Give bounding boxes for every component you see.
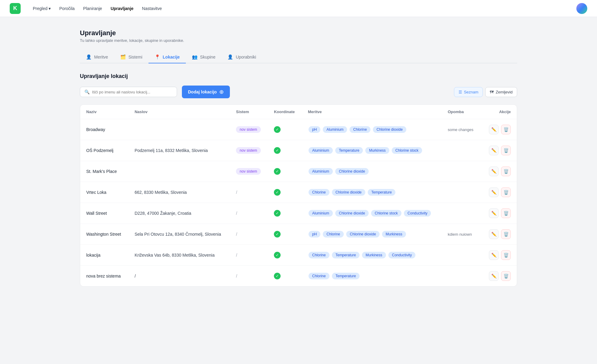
cell-opomba: [442, 161, 480, 182]
delete-button[interactable]: 🗑️: [501, 229, 511, 239]
nav-nastavitve[interactable]: Nastavitve: [142, 6, 162, 11]
coords-check: ✓: [274, 210, 281, 217]
list-icon: ☰: [459, 90, 462, 94]
measure-badge: Chlorine: [323, 231, 344, 238]
edit-button[interactable]: ✏️: [489, 229, 499, 239]
cell-naziv: Washington Street: [80, 224, 128, 245]
cell-opomba: some changes: [442, 119, 480, 140]
delete-button[interactable]: 🗑️: [501, 271, 511, 281]
list-view-button[interactable]: ☰ Seznam: [454, 87, 483, 97]
measure-badge: Conductivity: [388, 252, 415, 258]
nav-porocila[interactable]: Poročila: [59, 6, 75, 11]
measure-badge: Murkiness: [382, 231, 406, 238]
cell-koordinate: ✓: [268, 266, 302, 287]
measure-badge: Chlorine stock: [371, 210, 401, 217]
delete-button[interactable]: 🗑️: [501, 208, 511, 218]
nav-planiranje[interactable]: Planiranje: [83, 6, 102, 11]
cell-sistem: nov sistem: [230, 119, 268, 140]
cell-opomba: kdiem nuiown: [442, 224, 480, 245]
cell-meritve: AluminiumChlorine dioxide: [302, 161, 442, 182]
delete-button[interactable]: 🗑️: [501, 187, 511, 197]
tab-skupine[interactable]: 👥 Skupine: [186, 51, 222, 63]
delete-button[interactable]: 🗑️: [501, 250, 511, 260]
table-row: OŠ Podzemelj Podzemelj 11a, 8332 Metlika…: [80, 140, 517, 161]
search-input[interactable]: [92, 90, 172, 94]
cell-naziv: lokacija: [80, 245, 128, 266]
coords-check: ✓: [274, 189, 281, 196]
edit-button[interactable]: ✏️: [489, 187, 499, 197]
add-icon: ⊕: [219, 89, 224, 95]
cell-akcije: ✏️ 🗑️: [481, 161, 517, 182]
cell-meritve: ChlorineTemperatureMurkinessConductivity: [302, 245, 442, 266]
delete-button[interactable]: 🗑️: [501, 125, 511, 134]
table-row: Vrtec Loka 662, 8330 Metlika, Slovenia /…: [80, 182, 517, 203]
section-title: Upravljanje lokacij: [80, 73, 517, 79]
cell-naziv: Vrtec Loka: [80, 182, 128, 203]
navbar: K Pregled ▾ Poročila Planiranje Upravlja…: [0, 0, 597, 17]
add-location-button[interactable]: Dodaj lokacijo ⊕: [182, 86, 230, 98]
measure-badge: Temperature: [332, 273, 360, 279]
cell-naziv: St. Mark's Place: [80, 161, 128, 182]
nav-pregled[interactable]: Pregled ▾: [33, 6, 51, 11]
delete-button[interactable]: 🗑️: [501, 167, 511, 176]
measure-badge: Chlorine: [350, 126, 370, 133]
tab-meritve[interactable]: 👤 Meritve: [80, 51, 114, 63]
cell-naziv: OŠ Podzemelj: [80, 140, 128, 161]
measure-badge: Aluminium: [309, 210, 333, 217]
tab-sistemi[interactable]: 🗂️ Sistemi: [114, 51, 148, 63]
cell-koordinate: ✓: [268, 224, 302, 245]
cell-naziv: Broadway: [80, 119, 128, 140]
nav-upravljanje[interactable]: Upravljanje: [111, 6, 133, 11]
measure-badge: Chlorine stock: [392, 147, 422, 154]
cell-naslov: /: [128, 266, 230, 287]
map-view-button[interactable]: 🗺 Zemljevid: [485, 87, 517, 97]
cell-sistem: nov sistem: [230, 161, 268, 182]
delete-button[interactable]: 🗑️: [501, 146, 511, 155]
measure-badge: Chlorine dioxide: [335, 168, 369, 175]
tab-lokacije[interactable]: 📍 Lokacije: [148, 51, 186, 63]
skupine-icon: 👥: [192, 54, 198, 60]
tab-uporabniki[interactable]: 👤 Uporabniki: [221, 51, 262, 63]
measure-badge: Chlorine dioxide: [335, 210, 369, 217]
search-box[interactable]: 🔍: [80, 87, 177, 97]
edit-button[interactable]: ✏️: [489, 167, 499, 176]
cell-akcije: ✏️ 🗑️: [481, 266, 517, 287]
table-row: Wall Street D228, 47000 Žakanje, Croatia…: [80, 203, 517, 224]
cell-naslov: Križevska Vas 64b, 8330 Metlika, Sloveni…: [128, 245, 230, 266]
cell-meritve: ChlorineChlorine dioxideTemperature: [302, 182, 442, 203]
edit-button[interactable]: ✏️: [489, 125, 499, 134]
cell-meritve: pHChlorineChlorine dioxideMurkiness: [302, 224, 442, 245]
coords-check: ✓: [274, 168, 281, 175]
coords-check: ✓: [274, 231, 281, 238]
measure-badge: Chlorine dioxide: [332, 189, 365, 196]
cell-meritve: ChlorineTemperature: [302, 266, 442, 287]
cell-sistem: /: [230, 203, 268, 224]
cell-naslov: D228, 47000 Žakanje, Croatia: [128, 203, 230, 224]
cell-naslov: 662, 8330 Metlika, Slovenia: [128, 182, 230, 203]
table-row: Washington Street Sela Pri Otovcu 12a, 8…: [80, 224, 517, 245]
col-sistem: Sistem: [230, 105, 268, 119]
cell-koordinate: ✓: [268, 182, 302, 203]
table-header-row: Naziv Naslov Sistem Koordinate Meritve O…: [80, 105, 517, 119]
page-title: Upravljanje: [80, 29, 517, 37]
cell-sistem: /: [230, 224, 268, 245]
nav-links: Pregled ▾ Poročila Planiranje Upravljanj…: [33, 6, 567, 11]
edit-button[interactable]: ✏️: [489, 146, 499, 155]
cell-naslov: [128, 161, 230, 182]
logo[interactable]: K: [10, 3, 21, 14]
measure-badge: Chlorine dioxide: [373, 126, 406, 133]
measure-badge: Aluminium: [323, 126, 347, 133]
cell-sistem: /: [230, 266, 268, 287]
measure-badge: pH: [309, 126, 320, 133]
cell-naziv: nova brez sistema: [80, 266, 128, 287]
avatar[interactable]: [576, 3, 587, 14]
page-subtitle: Tu lahko upravljate meritve, lokacije, s…: [80, 38, 517, 43]
cell-opomba: [442, 266, 480, 287]
edit-button[interactable]: ✏️: [489, 271, 499, 281]
edit-button[interactable]: ✏️: [489, 250, 499, 260]
coords-check: ✓: [274, 273, 281, 279]
measure-badge: Murkiness: [365, 147, 389, 154]
table-row: St. Mark's Place nov sistem ✓ AluminiumC…: [80, 161, 517, 182]
measure-badge: Chlorine: [309, 273, 329, 279]
edit-button[interactable]: ✏️: [489, 208, 499, 218]
